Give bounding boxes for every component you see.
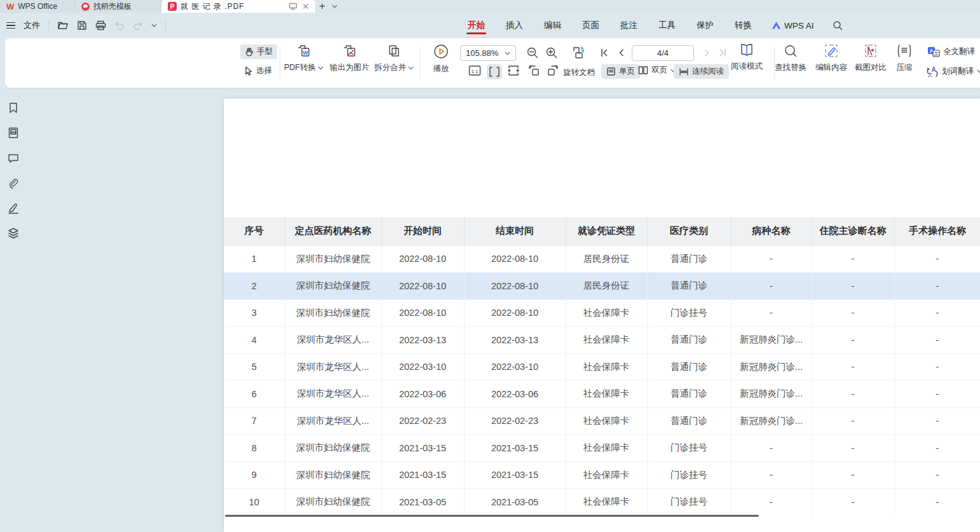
menu-home[interactable]: 开始: [466, 14, 486, 37]
table-cell: 居民身份证: [566, 273, 647, 300]
continuous-read-button[interactable]: 连续阅读: [674, 64, 729, 79]
table-row: 3深圳市妇幼保健院2022-08-102022-08-10社会保障卡门诊挂号--…: [224, 299, 980, 327]
menu-tools[interactable]: 工具: [657, 14, 677, 37]
table-row: 6深圳市龙华区人...2022-03-062022-03-06社会保障卡普通门诊…: [224, 381, 980, 408]
menu-page[interactable]: 页面: [581, 14, 601, 37]
table-cell: 新冠肺炎门诊...: [731, 407, 812, 435]
last-page-icon[interactable]: [718, 48, 728, 58]
menu-protect[interactable]: 保护: [695, 14, 715, 37]
tab-wps-office[interactable]: W WPS Office: [0, 0, 75, 13]
table-cell: -: [894, 273, 980, 300]
close-tab-icon[interactable]: [303, 3, 309, 10]
first-page-icon[interactable]: [599, 48, 609, 58]
print-icon[interactable]: [95, 20, 106, 31]
split-merge-button[interactable]: 拆分合并: [372, 38, 416, 76]
screenshot-compare-icon: [863, 44, 878, 58]
hand-tool-button[interactable]: 手型: [240, 44, 277, 59]
table-row: 9深圳市妇幼保健院2021-03-152021-03-15社会保障卡门诊挂号--…: [224, 461, 980, 489]
table-cell: 新冠肺炎门诊...: [731, 353, 812, 381]
table-cell: 深圳市龙华区人...: [285, 407, 381, 435]
save-icon[interactable]: [77, 20, 87, 31]
zoom-in-icon[interactable]: [545, 46, 558, 59]
menu-convert[interactable]: 转换: [733, 14, 753, 37]
table-cell: 2022-08-10: [381, 299, 464, 327]
book-icon: [739, 43, 754, 57]
fit-page-button[interactable]: [507, 65, 520, 76]
table-cell: -: [894, 489, 980, 515]
tab-list-chevron-icon[interactable]: [329, 0, 340, 13]
prev-page-icon[interactable]: [616, 48, 627, 58]
next-page-icon[interactable]: [702, 48, 712, 58]
file-menu[interactable]: 文件: [24, 20, 40, 31]
search-icon[interactable]: [833, 20, 843, 31]
word-translate-button[interactable]: A文 划词翻译: [922, 64, 980, 79]
svg-text:W: W: [303, 50, 308, 56]
single-page-button[interactable]: 单页: [601, 64, 640, 79]
redo-icon[interactable]: [133, 21, 143, 30]
full-translate-button[interactable]: A文 全文翻译: [923, 44, 979, 59]
read-mode-button[interactable]: 阅读模式: [727, 38, 766, 76]
table-cell: 2022-08-10: [381, 273, 464, 300]
rotate-doc-label[interactable]: 旋转文档: [563, 67, 595, 78]
table-cell: 门诊挂号: [647, 299, 731, 327]
main-menu-icon[interactable]: [6, 22, 15, 29]
table-cell: 2022-08-10: [464, 299, 566, 327]
one-to-one-icon: 1:1: [468, 65, 481, 76]
table-cell: -: [812, 327, 894, 354]
table-cell: -: [894, 353, 980, 381]
pdf-convert-button[interactable]: W PDF转换: [282, 38, 325, 76]
new-tab-button[interactable]: +: [315, 0, 329, 13]
compress-icon: [896, 44, 913, 58]
pdf-file-icon: P: [168, 2, 177, 11]
table-cell: 社会保障卡: [566, 327, 647, 354]
rotate-left-button[interactable]: [527, 65, 540, 76]
table-cell: 社会保障卡: [566, 435, 647, 462]
layers-icon[interactable]: [7, 227, 20, 240]
menu-annotate[interactable]: 批注: [619, 14, 639, 37]
menu-wps-ai[interactable]: WPS AI: [772, 21, 814, 31]
edit-content-button[interactable]: 编辑内容: [811, 38, 852, 76]
screenshot-compare-button[interactable]: 截图对比: [850, 38, 891, 76]
compress-button[interactable]: 压缩: [890, 38, 919, 76]
table-cell: 深圳市妇幼保健院: [285, 245, 381, 273]
table-cell: 深圳市妇幼保健院: [285, 489, 381, 515]
table-header-cell: 序号: [224, 217, 285, 245]
thumbnail-icon[interactable]: [7, 126, 20, 139]
bookmark-icon[interactable]: [7, 102, 20, 114]
page-view-swap-icon[interactable]: [571, 45, 587, 61]
divider: [165, 20, 166, 31]
table-cell: 7: [224, 407, 285, 435]
attachment-icon[interactable]: [7, 177, 20, 190]
quickbar-chevron-icon[interactable]: [151, 24, 157, 27]
rotate-right-button[interactable]: [547, 65, 559, 76]
table-cell: 5: [224, 353, 285, 381]
comment-icon[interactable]: [7, 152, 20, 165]
table-row: 5深圳市龙华区人...2022-03-102022-03-10社会保障卡普通门诊…: [224, 353, 980, 381]
horizontal-scrollbar[interactable]: [225, 515, 759, 517]
page-number-input[interactable]: 4/4: [632, 45, 694, 61]
tab-docer-templates[interactable]: 找稻壳模板: [75, 0, 161, 13]
select-tool-button[interactable]: 选择: [240, 64, 276, 78]
table-cell: -: [812, 489, 894, 515]
table-cell: 2021-03-15: [464, 435, 566, 462]
zoom-level-select[interactable]: 105.88%: [460, 45, 516, 61]
fit-width-button[interactable]: [487, 64, 502, 79]
tab-document-pdf[interactable]: P 就 医 记 录 .PDF: [161, 0, 315, 13]
open-file-icon[interactable]: [57, 20, 69, 31]
hand-tool-label: 手型: [257, 46, 273, 57]
menu-edit[interactable]: 编辑: [543, 14, 562, 37]
table-cell: 2022-08-10: [464, 245, 566, 273]
undo-icon[interactable]: [114, 21, 125, 30]
double-page-icon: [638, 65, 648, 75]
find-replace-button[interactable]: 查找替换: [770, 38, 811, 76]
highlight-pen-icon[interactable]: [7, 202, 20, 215]
table-cell: 2022-03-06: [381, 381, 464, 408]
menu-insert[interactable]: 插入: [505, 14, 524, 37]
zoom-out-icon[interactable]: [526, 46, 539, 59]
play-button[interactable]: 播放: [425, 38, 457, 76]
monitor-icon[interactable]: [289, 3, 297, 10]
actual-size-button[interactable]: 1:1: [468, 65, 481, 76]
double-page-button[interactable]: 双页: [638, 65, 676, 76]
table-row: 7深圳市龙华区人...2022-02-232022-02-23社会保障卡普通门诊…: [224, 407, 980, 435]
export-image-button[interactable]: 输出为图片: [327, 38, 372, 76]
